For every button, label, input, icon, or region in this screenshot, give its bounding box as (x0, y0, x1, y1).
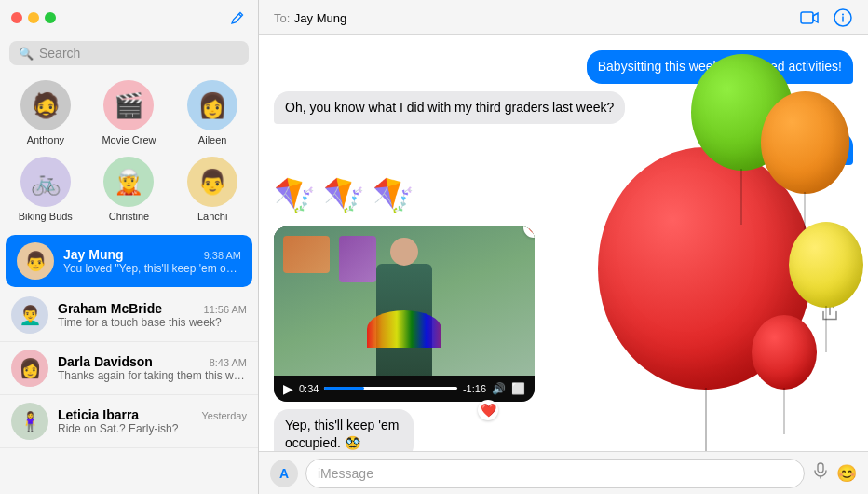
fullscreen-icon[interactable]: ⬜ (511, 382, 525, 395)
conv-content-jaymung: Jay Mung 9:38 AM You loved "Yep, this'll… (63, 247, 241, 275)
search-icon: 🔍 (19, 47, 34, 61)
conv-content-grahammcbride: Graham McBride 11:56 AM Time for a touch… (58, 301, 247, 329)
avatar-leticiaibarra: 🧍‍♀️ (11, 403, 48, 440)
msg-row-yep: Yep, this'll keep 'em occupied. 🥸 ❤️ ↩ R… (274, 409, 853, 451)
conv-name-jaymung: Jay Mung (63, 247, 124, 262)
pinned-contact-bikingbuds[interactable]: 🚲 Biking Buds (6, 153, 86, 226)
msg-row-babysitting: Babysitting this weekend, I need activit… (274, 50, 853, 84)
conv-item-grahammcbride[interactable]: 👨‍🦱 Graham McBride 11:56 AM Time for a t… (0, 289, 258, 342)
emoji-button[interactable]: 😊 (836, 463, 857, 484)
video-rainbow (367, 310, 441, 348)
video-call-button[interactable] (799, 7, 820, 28)
conv-time-darladavidson: 8:43 AM (210, 357, 247, 368)
pinned-name-aileen: Aileen (198, 134, 227, 145)
avatar-bikingbuds: 🚲 (20, 157, 71, 207)
balloon-string-green (740, 169, 742, 225)
chat-to-label: To: (274, 11, 290, 25)
conv-preview-leticiaibarra: Ride on Sat.? Early-ish? (58, 422, 247, 435)
chat-titlebar-icons (799, 7, 853, 28)
conv-preview-grahammcbride: Time for a touch base this week? (58, 316, 247, 329)
avatar-darladavidson: 👩 (11, 350, 48, 387)
conv-time-jaymung: 9:38 AM (204, 250, 241, 261)
kite-3: 🪁 (373, 176, 414, 215)
yep-bubble-wrapper: Yep, this'll keep 'em occupied. 🥸 ❤️ (274, 409, 489, 451)
imessage-placeholder: iMessage (318, 466, 373, 481)
avatar-jaymung: 👨 (17, 242, 54, 280)
msg-bubble-tellme: Tell me! (786, 131, 853, 165)
remaining-time: -1:16 (463, 383, 486, 394)
pinned-contact-lanchi[interactable]: 👨 Lanchi (172, 153, 252, 226)
audio-input-button[interactable] (812, 462, 829, 484)
conversation-list: 👨 Jay Mung 9:38 AM You loved "Yep, this'… (0, 233, 258, 494)
conv-content-leticiaibarra: Leticia Ibarra Yesterday Ride on Sat.? E… (58, 407, 247, 435)
svg-rect-0 (801, 12, 813, 23)
imessage-input[interactable]: iMessage (305, 459, 805, 488)
video-thumbnail (274, 226, 535, 376)
conv-time-leticiaibarra: Yesterday (201, 410, 247, 421)
conv-preview-darladavidson: Thanks again for taking them this weeken… (58, 369, 247, 382)
conv-name-darladavidson: Darla Davidson (58, 354, 153, 369)
info-button[interactable] (833, 7, 853, 28)
svg-point-2 (842, 13, 844, 15)
avatar-lanchi: 👨 (187, 157, 237, 207)
avatar-grahammcbride: 👨‍🦱 (11, 296, 48, 334)
search-bar[interactable]: 🔍 Search (9, 41, 249, 65)
messages-container: Babysitting this weekend, I need activit… (259, 35, 868, 451)
kite-1: 🪁 (274, 176, 316, 215)
video-decor-1 (283, 236, 330, 273)
share-button[interactable] (821, 302, 838, 325)
conv-time-grahammcbride: 11:56 AM (204, 304, 247, 315)
pinned-name-bikingbuds: Biking Buds (19, 211, 73, 222)
conv-item-darladavidson[interactable]: 👩 Darla Davidson 8:43 AM Thanks again fo… (0, 342, 258, 395)
input-bar: A iMessage 😊 (259, 451, 868, 494)
chat-to-row: To: Jay Mung (274, 9, 346, 26)
close-button[interactable] (11, 12, 22, 23)
kite-2: 🪁 (323, 176, 365, 215)
video-decor-2 (339, 236, 376, 282)
volume-icon[interactable]: 🔊 (492, 382, 506, 395)
pinned-name-anthony: Anthony (27, 134, 64, 145)
msg-row-thirdgraders: Oh, you know what I did with my third gr… (274, 91, 853, 125)
sidebar: 🔍 Search 🧔 Anthony 🎬 Movie Crew 👩 Aileen… (0, 0, 259, 494)
pinned-name-christine: Christine (109, 211, 149, 222)
search-label: Search (39, 46, 80, 61)
apps-button[interactable]: A (270, 460, 298, 487)
chat-recipient: Jay Mung (294, 11, 346, 25)
conv-item-leticiaiibarra[interactable]: 🧍‍♀️ Leticia Ibarra Yesterday Ride on Sa… (0, 395, 258, 448)
chat-area: To: Jay Mung Babysitting this wee (259, 0, 868, 494)
fullscreen-button[interactable] (45, 12, 56, 23)
pinned-name-lanchi: Lanchi (197, 211, 227, 222)
pinned-contact-aileen[interactable]: 👩 Aileen (172, 76, 252, 149)
video-person-head (390, 238, 418, 266)
pinned-contact-christine[interactable]: 🧝 Christine (89, 153, 170, 226)
pinned-contacts: 🧔 Anthony 🎬 Movie Crew 👩 Aileen 🚲 Biking… (0, 73, 258, 233)
video-controls: ▶ 0:34 -1:16 🔊 ⬜ (274, 376, 535, 402)
progress-bar[interactable] (324, 387, 457, 390)
sidebar-titlebar (0, 0, 258, 35)
conv-preview-jaymung: You loved "Yep, this'll keep 'em occupie… (63, 262, 241, 275)
pinned-contact-moviecrew[interactable]: 🎬 Movie Crew (89, 76, 170, 149)
traffic-lights (11, 12, 56, 23)
play-button[interactable]: ▶ (283, 381, 293, 396)
progress-fill (324, 387, 364, 390)
avatar-moviecrew: 🎬 (103, 80, 154, 130)
msg-bubble-yep: Yep, this'll keep 'em occupied. 🥸 (274, 409, 414, 451)
video-player[interactable]: ▶ 0:34 -1:16 🔊 ⬜ ❤️ (274, 226, 535, 402)
svg-rect-3 (818, 463, 823, 473)
conv-name-grahammcbride: Graham McBride (58, 301, 162, 316)
compose-button[interactable] (228, 8, 247, 27)
current-time: 0:34 (299, 383, 319, 394)
msg-row-tellme: Tell me! (274, 131, 853, 165)
msg-bubble-thirdgraders: Oh, you know what I did with my third gr… (274, 91, 625, 125)
conv-item-jaymung[interactable]: 👨 Jay Mung 9:38 AM You loved "Yep, this'… (6, 235, 252, 287)
conv-content-darladavidson: Darla Davidson 8:43 AM Thanks again for … (58, 354, 247, 382)
chat-titlebar: To: Jay Mung (259, 0, 868, 35)
avatar-christine: 🧝 (103, 157, 154, 207)
minimize-button[interactable] (28, 12, 39, 23)
video-row: ▶ 0:34 -1:16 🔊 ⬜ ❤️ (274, 226, 853, 402)
avatar-anthony: 🧔 (20, 80, 71, 130)
yep-heart-reaction: ❤️ (478, 400, 498, 420)
pinned-contact-anthony[interactable]: 🧔 Anthony (6, 76, 86, 149)
avatar-aileen: 👩 (187, 80, 237, 130)
apps-label: A (279, 466, 289, 481)
